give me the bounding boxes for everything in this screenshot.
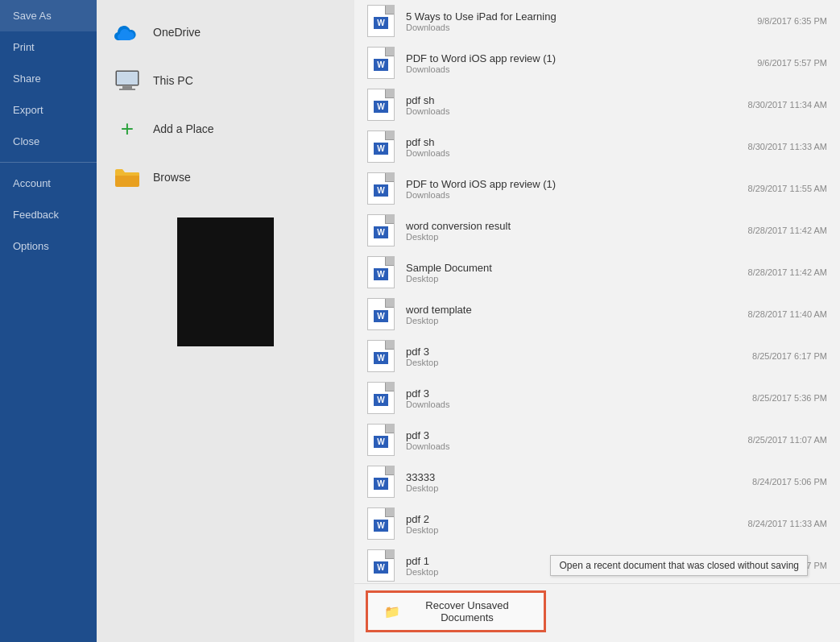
doc-info: pdf 2 Desktop	[406, 513, 739, 535]
doc-icon: W	[367, 214, 396, 246]
place-add[interactable]: + Add a Place	[97, 105, 354, 153]
doc-name: pdf sh	[406, 136, 739, 148]
place-browse[interactable]: Browse	[97, 153, 354, 201]
doc-name: 33333	[406, 471, 743, 483]
doc-info: pdf 3 Desktop	[406, 346, 743, 367]
doc-date: 8/29/2017 11:55 AM	[748, 184, 827, 193]
doc-location: Downloads	[406, 64, 747, 74]
onedrive-icon	[113, 18, 142, 47]
doc-name: word template	[406, 304, 739, 316]
sidebar: Save As Print Share Export Close Account…	[0, 0, 97, 642]
doc-list-item[interactable]: W PDF to Word iOS app review (1) Downloa…	[354, 42, 840, 84]
doc-name: pdf 3	[406, 346, 743, 358]
doc-name: pdf sh	[406, 94, 739, 106]
doc-icon: W	[367, 340, 396, 372]
sidebar-item-save-as[interactable]: Save As	[0, 0, 97, 31]
doc-date: 8/28/2017 11:40 AM	[748, 309, 827, 319]
sidebar-item-close[interactable]: Close	[0, 126, 97, 157]
doc-info: PDF to Word iOS app review (1) Downloads	[406, 52, 747, 74]
doc-info: word template Desktop	[406, 304, 739, 325]
doc-list-item[interactable]: W 33333 Desktop 8/24/2017 5:06 PM	[354, 461, 840, 503]
recover-button-label: Recover Unsaved Documents	[407, 599, 528, 623]
pc-label: This PC	[153, 74, 193, 87]
doc-name: pdf 3	[406, 429, 739, 441]
doc-info: PDF to Word iOS app review (1) Downloads	[406, 178, 739, 200]
document-list: W 5 Ways to Use iPad for Learning Downlo…	[354, 0, 840, 583]
doc-location: Desktop	[406, 525, 739, 535]
document-thumbnail	[177, 217, 274, 346]
sidebar-item-feedback[interactable]: Feedback	[0, 199, 97, 230]
doc-location: Downloads	[406, 190, 739, 200]
sidebar-divider	[0, 162, 97, 163]
doc-list-item[interactable]: W word conversion result Desktop 8/28/20…	[354, 209, 840, 251]
doc-icon: W	[367, 5, 396, 37]
place-onedrive[interactable]: OneDrive	[97, 8, 354, 56]
doc-date: 8/25/2017 5:36 PM	[752, 393, 827, 403]
doc-name: pdf 2	[406, 513, 739, 525]
doc-icon: W	[367, 256, 396, 288]
recent-docs-panel: W 5 Ways to Use iPad for Learning Downlo…	[354, 0, 840, 642]
tooltip-box: Open a recent document that was closed w…	[550, 555, 808, 576]
browse-label: Browse	[153, 171, 191, 184]
doc-name: PDF to Word iOS app review (1)	[406, 178, 739, 190]
recover-folder-icon: 📁	[384, 604, 400, 619]
doc-list-item[interactable]: W pdf 3 Desktop 8/25/2017 6:17 PM	[354, 335, 840, 377]
doc-icon: W	[367, 507, 396, 540]
doc-location: Desktop	[406, 483, 743, 493]
doc-list-item[interactable]: W Sample Document Desktop 8/28/2017 11:4…	[354, 251, 840, 293]
doc-icon: W	[367, 89, 396, 121]
doc-location: Desktop	[406, 274, 739, 284]
doc-list-item[interactable]: W 5 Ways to Use iPad for Learning Downlo…	[354, 0, 840, 42]
doc-location: Downloads	[406, 148, 739, 158]
doc-list-item[interactable]: W PDF to Word iOS app review (1) Downloa…	[354, 168, 840, 209]
doc-icon: W	[367, 172, 396, 205]
doc-date: 8/24/2017 5:06 PM	[752, 477, 827, 487]
doc-info: word conversion result Desktop	[406, 220, 739, 242]
doc-icon: W	[367, 130, 396, 163]
doc-date: 8/28/2017 11:42 AM	[748, 226, 827, 235]
onedrive-label: OneDrive	[153, 26, 201, 39]
doc-list-item[interactable]: W pdf 3 Downloads 8/25/2017 5:36 PM	[354, 377, 840, 419]
doc-name: pdf 3	[406, 387, 743, 400]
places-panel: OneDrive This PC + Add a Place Browse	[97, 0, 354, 642]
doc-info: pdf 3 Downloads	[406, 429, 739, 451]
doc-date: 9/8/2017 6:35 PM	[757, 16, 827, 26]
doc-date: 8/30/2017 11:34 AM	[748, 100, 827, 110]
doc-icon: W	[367, 298, 396, 330]
doc-name: 5 Ways to Use iPad for Learning	[406, 10, 747, 23]
pc-icon	[113, 66, 142, 95]
doc-list-item[interactable]: W pdf sh Downloads 8/30/2017 11:33 AM	[354, 126, 840, 168]
recover-unsaved-button[interactable]: 📁 Recover Unsaved Documents	[367, 592, 544, 631]
doc-list-item[interactable]: W pdf 2 Desktop 8/24/2017 11:33 AM	[354, 503, 840, 545]
recover-bar: Open a recent document that was closed w…	[354, 583, 840, 642]
sidebar-item-export[interactable]: Export	[0, 94, 97, 126]
doc-info: 5 Ways to Use iPad for Learning Download…	[406, 10, 747, 32]
svg-rect-3	[119, 89, 135, 90]
sidebar-item-print[interactable]: Print	[0, 31, 97, 63]
doc-location: Desktop	[406, 316, 739, 325]
doc-icon: W	[367, 424, 396, 456]
place-this-pc[interactable]: This PC	[97, 56, 354, 105]
sidebar-item-account[interactable]: Account	[0, 168, 97, 199]
doc-info: 33333 Desktop	[406, 471, 743, 493]
doc-date: 8/24/2017 11:33 AM	[748, 519, 827, 528]
doc-location: Desktop	[406, 232, 739, 242]
doc-name: word conversion result	[406, 220, 739, 232]
doc-list-item[interactable]: W pdf 3 Downloads 8/25/2017 11:07 AM	[354, 419, 840, 461]
doc-name: PDF to Word iOS app review (1)	[406, 52, 747, 64]
doc-date: 9/6/2017 5:57 PM	[757, 58, 827, 68]
svg-rect-1	[117, 72, 138, 85]
doc-list-item[interactable]: W pdf sh Downloads 8/30/2017 11:34 AM	[354, 84, 840, 126]
doc-info: Sample Document Desktop	[406, 262, 739, 284]
doc-location: Downloads	[406, 400, 743, 409]
doc-info: pdf sh Downloads	[406, 94, 739, 116]
doc-location: Downloads	[406, 23, 747, 32]
doc-location: Desktop	[406, 358, 743, 367]
doc-icon: W	[367, 466, 396, 498]
doc-list-item[interactable]: W word template Desktop 8/28/2017 11:40 …	[354, 293, 840, 335]
sidebar-item-share[interactable]: Share	[0, 63, 97, 94]
doc-location: Downloads	[406, 106, 739, 116]
browse-icon	[113, 163, 142, 192]
doc-icon: W	[367, 47, 396, 79]
sidebar-item-options[interactable]: Options	[0, 230, 97, 262]
